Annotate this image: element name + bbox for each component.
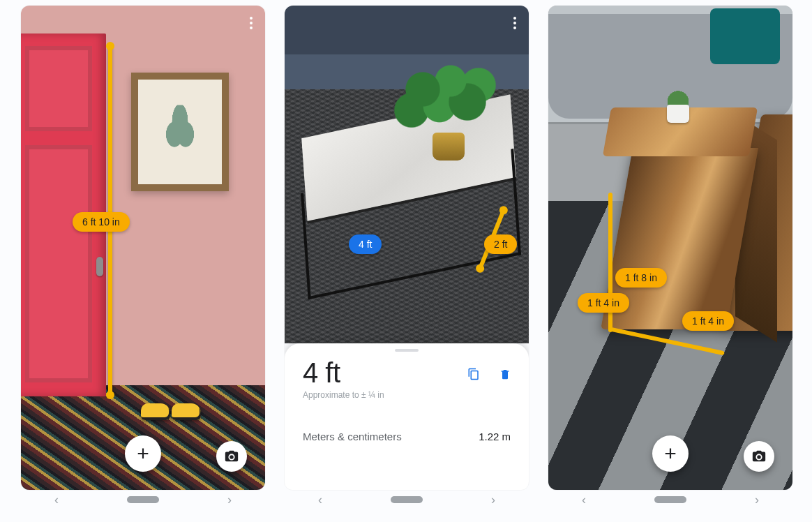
unit-label: Meters & centimeters bbox=[303, 431, 402, 442]
nav-recent-icon[interactable]: ‹ bbox=[227, 493, 232, 506]
nav-back-icon[interactable]: ‹ bbox=[54, 493, 59, 506]
delete-button[interactable] bbox=[499, 367, 511, 381]
nav-recent-icon[interactable]: ‹ bbox=[491, 493, 495, 506]
plant-pot bbox=[433, 133, 465, 161]
sheet-drag-handle[interactable] bbox=[395, 349, 419, 352]
phone-3: 1 ft 8 in 1 ft 4 in 1 ft 4 in + ‹ ‹ bbox=[548, 6, 792, 509]
phone-1: 6 ft 10 in + ‹ ‹ bbox=[21, 6, 265, 509]
unit-value: 1.22 m bbox=[479, 431, 511, 442]
nav-home-pill[interactable] bbox=[654, 496, 686, 503]
android-nav-bar: ‹ ‹ bbox=[548, 490, 792, 509]
add-point-button[interactable]: + bbox=[125, 435, 161, 472]
camera-icon bbox=[224, 449, 239, 464]
more-vert-icon bbox=[250, 17, 253, 20]
android-nav-bar: ‹ ‹ bbox=[21, 490, 265, 509]
trash-icon bbox=[499, 367, 511, 381]
measurement-detail-sheet[interactable]: 4 ft Approximate to ± ¼ in Meters & cent… bbox=[285, 343, 529, 490]
nav-recent-icon[interactable]: ‹ bbox=[755, 493, 759, 506]
door-handle bbox=[96, 257, 103, 276]
nav-back-icon[interactable]: ‹ bbox=[582, 493, 586, 506]
copy-icon bbox=[467, 367, 480, 381]
plant-leaves bbox=[389, 56, 501, 140]
shoes bbox=[141, 389, 204, 420]
copy-button[interactable] bbox=[467, 367, 480, 381]
capture-button[interactable] bbox=[216, 441, 247, 472]
camera-icon bbox=[751, 449, 767, 464]
unit-conversion-row[interactable]: Meters & centimeters 1.22 m bbox=[303, 431, 511, 442]
nav-back-icon[interactable]: ‹ bbox=[318, 493, 322, 506]
screenshot-gallery: 6 ft 10 in + ‹ ‹ bbox=[0, 0, 812, 522]
cactus-art bbox=[166, 105, 194, 154]
overflow-menu-button[interactable] bbox=[513, 17, 516, 20]
measurement-chip-length-selected[interactable]: 4 ft bbox=[349, 234, 382, 254]
ar-measure-screen-door: 6 ft 10 in + bbox=[21, 6, 265, 490]
nav-home-pill[interactable] bbox=[391, 496, 423, 503]
camera-viewport[interactable]: 1 ft 8 in 1 ft 4 in 1 ft 4 in bbox=[548, 6, 792, 490]
measurement-chip-width[interactable]: 1 ft 4 in bbox=[578, 293, 629, 313]
measurement-chip-door-height[interactable]: 6 ft 10 in bbox=[73, 212, 130, 232]
throw-pillow bbox=[710, 8, 780, 64]
add-point-button[interactable]: + bbox=[652, 435, 689, 472]
android-nav-bar: ‹ ‹ bbox=[285, 490, 529, 509]
measurement-chip-height[interactable]: 1 ft 8 in bbox=[615, 268, 667, 288]
potted-plant bbox=[389, 56, 501, 161]
small-plant bbox=[660, 91, 696, 123]
sheet-approx-note: Approximate to ± ¼ in bbox=[303, 390, 384, 400]
overflow-menu-button[interactable] bbox=[250, 17, 253, 20]
ar-measure-screen-stool: 1 ft 8 in 1 ft 4 in 1 ft 4 in + bbox=[548, 6, 792, 490]
capture-button[interactable] bbox=[744, 441, 774, 472]
measurement-chip-width[interactable]: 2 ft bbox=[484, 234, 517, 254]
plus-icon: + bbox=[664, 442, 677, 465]
plus-icon: + bbox=[137, 442, 149, 465]
sheet-measurement-value: 4 ft bbox=[303, 357, 384, 389]
nav-home-pill[interactable] bbox=[127, 496, 159, 503]
phone-2: 4 ft 2 ft 4 ft Approximate to ± ¼ in bbox=[285, 6, 529, 509]
camera-viewport[interactable]: 6 ft 10 in bbox=[21, 6, 265, 490]
measurement-chip-depth[interactable]: 1 ft 4 in bbox=[682, 311, 734, 331]
more-vert-icon bbox=[513, 17, 516, 20]
ar-measure-screen-table: 4 ft 2 ft 4 ft Approximate to ± ¼ in bbox=[285, 6, 529, 490]
picture-frame bbox=[131, 73, 229, 191]
